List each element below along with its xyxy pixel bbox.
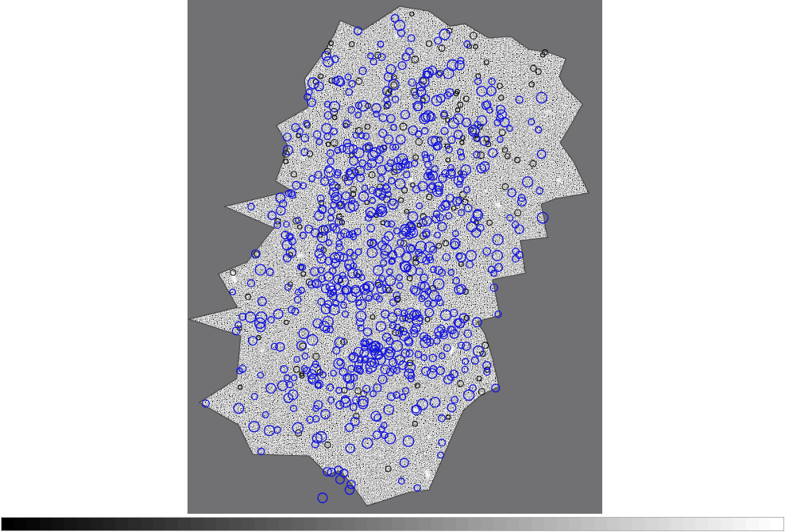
star (358, 80, 361, 83)
star (431, 325, 432, 326)
star (227, 408, 230, 411)
colorbar-step (40, 518, 52, 530)
colorbar-step (557, 518, 570, 530)
star (260, 349, 264, 353)
star (295, 230, 296, 232)
star (353, 333, 354, 334)
star (244, 269, 245, 270)
star (484, 190, 487, 193)
star (256, 253, 258, 255)
blue-source-marker (318, 493, 327, 503)
colorbar-step (582, 518, 594, 530)
colorbar-step (620, 518, 632, 530)
star (483, 381, 485, 383)
star (311, 245, 314, 247)
star (243, 271, 246, 273)
star (409, 178, 413, 182)
colorbar-step (670, 518, 683, 530)
star (245, 420, 246, 422)
colorbar-step (90, 518, 102, 530)
colorbar-step (380, 518, 392, 530)
star (444, 409, 447, 412)
colorbar-step (759, 518, 771, 530)
colorbar-step (330, 518, 342, 530)
colorbar-step (229, 518, 242, 530)
colorbar-step (405, 518, 418, 530)
star (427, 435, 431, 439)
colorbar-step (746, 518, 759, 530)
colorbar-step (2, 518, 14, 530)
star (329, 348, 331, 349)
blue-source-marker (336, 476, 345, 484)
star (368, 237, 370, 239)
colorbar-step (27, 518, 40, 530)
image-viewer-window (0, 0, 785, 532)
star (550, 160, 552, 162)
star (493, 161, 495, 163)
colorbar[interactable] (1, 517, 784, 531)
star (375, 153, 376, 154)
star (458, 30, 460, 32)
image-display-panel[interactable] (188, 0, 602, 514)
colorbar-gradient (2, 518, 783, 530)
colorbar-step (254, 518, 267, 530)
colorbar-step (203, 518, 216, 530)
star (302, 156, 305, 160)
star (290, 177, 292, 179)
colorbar-step (52, 518, 65, 530)
colorbar-step (191, 518, 203, 530)
colorbar-step (658, 518, 671, 530)
colorbar-step (468, 518, 481, 530)
colorbar-step (141, 518, 153, 530)
star (529, 125, 532, 129)
star (490, 153, 492, 155)
colorbar-step (695, 518, 708, 530)
colorbar-step (242, 518, 254, 530)
blue-source-marker (345, 485, 354, 494)
colorbar-step (733, 518, 746, 530)
star (480, 196, 481, 197)
colorbar-step (632, 518, 645, 530)
colorbar-step (418, 518, 431, 530)
colorbar-step (128, 518, 141, 530)
colorbar-step (506, 518, 519, 530)
star (424, 403, 427, 405)
star (308, 444, 310, 445)
star (351, 326, 353, 328)
star (411, 44, 412, 46)
colorbar-step (532, 518, 544, 530)
colorbar-step (721, 518, 733, 530)
star (276, 272, 278, 273)
colorbar-step (481, 518, 493, 530)
colorbar-step (115, 518, 128, 530)
colorbar-step (292, 518, 304, 530)
star (296, 165, 297, 167)
star (533, 205, 535, 206)
star (242, 416, 243, 418)
colorbar-step (279, 518, 292, 530)
colorbar-step (443, 518, 456, 530)
colorbar-step (304, 518, 317, 530)
colorbar-step (64, 518, 77, 530)
star (547, 62, 548, 64)
star (286, 257, 288, 259)
colorbar-step (216, 518, 229, 530)
colorbar-step (683, 518, 695, 530)
colorbar-step (342, 518, 355, 530)
star (363, 477, 365, 479)
colorbar-step (367, 518, 380, 530)
colorbar-step (153, 518, 166, 530)
star (557, 178, 561, 182)
star (348, 391, 350, 394)
colorbar-step (77, 518, 90, 530)
colorbar-step (102, 518, 115, 530)
colorbar-step (266, 518, 279, 530)
colorbar-step (493, 518, 506, 530)
colorbar-step (178, 518, 191, 530)
colorbar-step (317, 518, 330, 530)
star (475, 148, 477, 150)
colorbar-step (645, 518, 658, 530)
colorbar-step (569, 518, 582, 530)
colorbar-step (431, 518, 443, 530)
colorbar-step (594, 518, 607, 530)
